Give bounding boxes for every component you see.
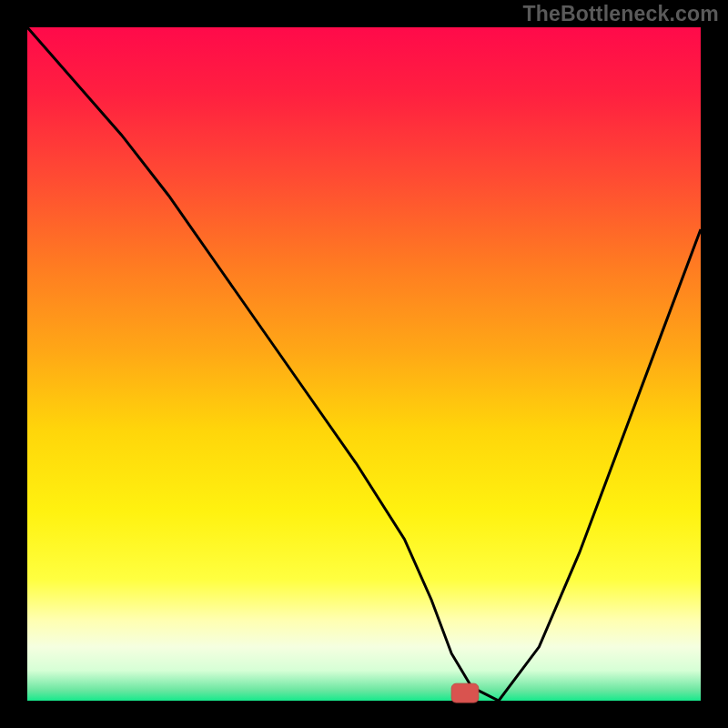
plot-background (27, 27, 701, 701)
watermark-text: TheBottleneck.com (522, 2, 719, 26)
optimum-marker (451, 683, 479, 703)
bottleneck-chart (0, 0, 728, 728)
chart-frame: { "watermark": "TheBottleneck.com", "col… (0, 0, 728, 728)
